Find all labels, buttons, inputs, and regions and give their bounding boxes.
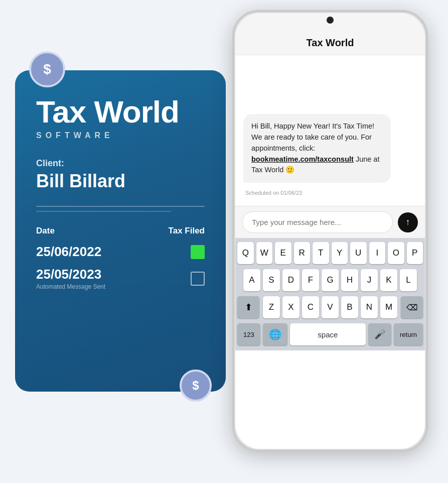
scheduled-label: Scheduled on 01/06/23 <box>243 190 417 196</box>
key-L[interactable]: L <box>400 269 417 291</box>
send-button[interactable]: ↑ <box>398 212 418 232</box>
tax-card: $ Tax World SOFTWARE Client: Bill Billar… <box>15 70 226 392</box>
delete-key[interactable]: ⌫ <box>401 296 423 318</box>
key-X[interactable]: X <box>282 296 300 318</box>
key-C[interactable]: C <box>302 296 319 318</box>
date-1: 25/06/2022 <box>36 244 101 260</box>
key-S[interactable]: S <box>263 269 280 291</box>
taxfiled-col-header: Tax Filed <box>169 226 205 236</box>
message-input[interactable] <box>242 211 393 233</box>
phone-header-title: Tax World <box>245 37 415 49</box>
key-A[interactable]: A <box>243 269 260 291</box>
input-area: ↑ <box>235 206 425 238</box>
key-G[interactable]: G <box>322 269 339 291</box>
dollar-icon-top: $ <box>29 51 65 87</box>
client-name: Bill Billard <box>36 171 205 192</box>
card-title: Tax World <box>36 95 205 128</box>
message-link: bookmeatime.com/taxconsult <box>251 155 354 163</box>
key-O[interactable]: O <box>388 242 404 264</box>
key-K[interactable]: K <box>380 269 397 291</box>
key-M[interactable]: M <box>380 296 397 318</box>
globe-key[interactable]: 🌐 <box>263 323 287 345</box>
key-W[interactable]: W <box>256 242 273 264</box>
message-text-1: Hi Bill, Happy New Year! It's Tax Time! … <box>251 122 374 152</box>
date-col-header: Date <box>36 226 55 236</box>
key-D[interactable]: D <box>282 269 300 291</box>
key-Z[interactable]: Z <box>263 296 280 318</box>
mic-key[interactable]: 🎤 <box>368 323 391 345</box>
key-E[interactable]: E <box>275 242 291 264</box>
phone-shell: Tax World Hi Bill, Happy New Year! It's … <box>232 10 428 452</box>
key-F[interactable]: F <box>302 269 319 291</box>
key-V[interactable]: V <box>322 296 339 318</box>
phone-notch <box>327 17 334 24</box>
message-text: Hi Bill, Happy New Year! It's Tax Time! … <box>251 121 383 176</box>
automated-label: Automated Message Sent <box>36 283 105 290</box>
key-I[interactable]: I <box>369 242 386 264</box>
num-key[interactable]: 123 <box>237 323 260 345</box>
tax-filed-checked <box>191 245 205 259</box>
date-2: 25/05/2023 <box>36 267 101 282</box>
keyboard-row-1: Q W E R T Y U I O P <box>237 242 423 264</box>
tax-filed-unchecked <box>191 272 205 286</box>
key-H[interactable]: H <box>341 269 358 291</box>
key-B[interactable]: B <box>341 296 358 318</box>
key-N[interactable]: N <box>361 296 378 318</box>
key-T[interactable]: T <box>313 242 329 264</box>
phone-screen: Tax World Hi Bill, Happy New Year! It's … <box>235 13 425 449</box>
table-row-2: 25/05/2023 Automated Message Sent <box>36 267 205 290</box>
card-subtitle: SOFTWARE <box>36 131 205 140</box>
send-icon: ↑ <box>406 217 410 226</box>
key-U[interactable]: U <box>350 242 367 264</box>
message-bubble: Hi Bill, Happy New Year! It's Tax Time! … <box>243 114 391 183</box>
phone: Tax World Hi Bill, Happy New Year! It's … <box>232 10 428 452</box>
key-J[interactable]: J <box>361 269 378 291</box>
table-header: Date Tax Filed <box>36 226 205 236</box>
key-Q[interactable]: Q <box>237 242 254 264</box>
dollar-icon-bottom: $ <box>180 370 212 402</box>
keyboard-bottom-row: 123 🌐 space 🎤 return <box>237 323 423 345</box>
divider-1 <box>36 206 205 207</box>
card-body: Tax World SOFTWARE Client: Bill Billard … <box>15 70 226 392</box>
space-key[interactable]: space <box>290 323 366 345</box>
key-R[interactable]: R <box>294 242 311 264</box>
key-Y[interactable]: Y <box>332 242 348 264</box>
divider-2 <box>36 211 171 212</box>
client-label: Client: <box>36 158 205 169</box>
return-key[interactable]: return <box>394 323 423 345</box>
keyboard-row-2: A S D F G H J K L <box>237 269 423 291</box>
key-P[interactable]: P <box>407 242 423 264</box>
keyboard-row-3: ⬆ Z X C V B N M ⌫ <box>237 296 423 318</box>
keyboard: Q W E R T Y U I O P A S D F G <box>235 238 425 350</box>
shift-key[interactable]: ⬆ <box>237 296 259 318</box>
chat-area: Hi Bill, Happy New Year! It's Tax Time! … <box>235 55 425 206</box>
table-row-1: 25/06/2022 <box>36 244 205 260</box>
